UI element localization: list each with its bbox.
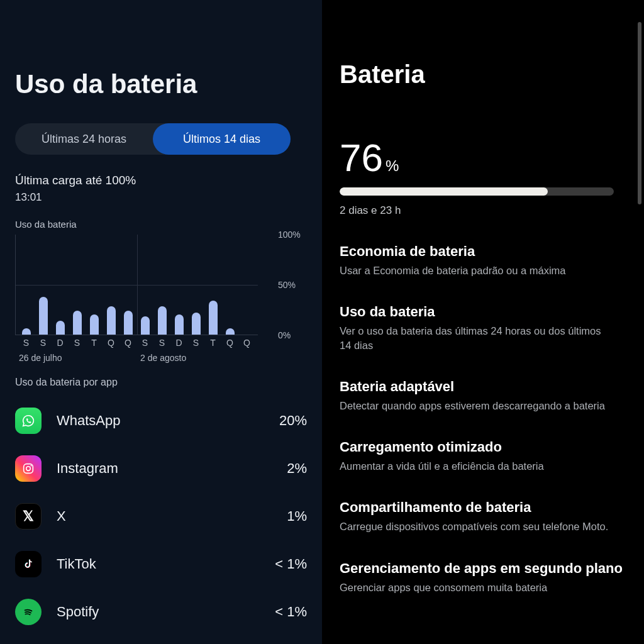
x-icon: 𝕏 [15,503,42,530]
day-label: D [52,338,69,348]
menu-optimized-charging[interactable]: Carregamento otimizado Aumentar a vida ú… [340,439,626,473]
chart-bar [35,235,52,335]
app-name: X [57,508,287,525]
apps-section-label: Uso da bateria por app [15,377,307,388]
usage-chart: 100% 50% 0% SSDSTQQSSDSTQQ 26 de julho 2… [15,235,307,360]
menu-sub: Usar a Economia de bateria padrão ou a m… [340,264,610,277]
chart-date-labels: 26 de julho 2 de agosto [15,353,258,363]
chart-bar [170,235,187,335]
app-name: WhatsApp [57,413,279,429]
tab-14d[interactable]: Últimos 14 dias [153,123,291,155]
menu-title: Gerenciamento de apps em segundo plano [340,560,626,577]
battery-percentage: 76 % [340,135,626,180]
time-range-tabs: Últimas 24 horas Últimos 14 dias [15,123,291,155]
page-title: Uso da bateria [15,69,307,99]
day-label: Q [238,338,255,348]
menu-title: Economia de bateria [340,243,626,260]
chart-bar [238,235,255,335]
day-label: S [18,338,35,348]
chart-bar [120,235,137,335]
chart-bar [187,235,204,335]
spotify-icon [15,599,42,625]
svg-point-2 [30,465,31,466]
app-pct: < 1% [275,556,307,572]
chart-label: Uso da bateria [15,219,307,230]
chart-bar [204,235,221,335]
time-remaining: 2 dias e 23 h [340,204,626,217]
app-pct: 20% [279,413,307,429]
day-label: Q [103,338,119,348]
menu-sub: Carregue dispositivos compatíveis com se… [340,519,610,533]
app-name: Instagram [57,460,287,477]
last-charge-time: 13:01 [15,191,307,204]
day-label: T [204,338,221,348]
day-label: S [153,338,170,348]
app-row-tiktok[interactable]: TikTok < 1% [15,540,307,588]
app-pct: 1% [287,508,307,525]
day-label: T [86,338,103,348]
day-label: Q [119,338,136,348]
battery-usage-panel: Uso da bateria Últimas 24 horas Últimos … [0,0,322,644]
menu-adaptive-battery[interactable]: Bateria adaptável Detectar quando apps e… [340,379,626,413]
menu-title: Carregamento otimizado [340,439,626,455]
chart-bar [86,235,103,335]
chart-bar [153,235,170,335]
app-row-x[interactable]: 𝕏 X 1% [15,492,307,540]
date-start: 26 de julho [15,353,136,363]
battery-progress-bar [340,187,614,196]
axis-100: 100% [278,230,301,240]
app-pct: 2% [287,460,307,477]
last-charge-label: Última carga até 100% [15,174,307,187]
app-row-instagram[interactable]: Instagram 2% [15,445,307,492]
chart-bar [52,235,69,335]
page-title: Bateria [340,60,626,89]
app-pct: < 1% [275,604,307,620]
chart-y-axis: 100% 50% 0% [278,235,307,335]
instagram-icon [15,455,42,482]
whatsapp-icon [15,408,42,434]
chart-bar [103,235,120,335]
chart-bar [221,235,238,335]
tiktok-icon [15,551,42,577]
app-name: Spotify [57,604,275,620]
chart-x-labels: SSDSTQQSSDSTQQ [15,338,258,348]
menu-battery-saver[interactable]: Economia de bateria Usar a Economia de b… [340,243,626,277]
svg-point-1 [26,467,31,471]
day-label: D [170,338,187,348]
menu-title: Compartilhamento de bateria [340,499,626,516]
chart-bar [18,235,35,335]
menu-sub: Ver o uso da bateria das últimas 24 hora… [340,324,610,352]
day-label: S [136,338,153,348]
day-label: S [187,338,204,348]
tab-24h[interactable]: Últimas 24 horas [15,123,153,155]
chart-plot [15,235,258,335]
axis-50: 50% [278,280,296,290]
battery-pct-value: 76 [340,135,383,180]
menu-title: Uso da bateria [340,304,626,320]
day-label: Q [221,338,238,348]
chart-bar [136,235,153,335]
axis-0: 0% [278,330,291,340]
app-name: TikTok [57,556,275,572]
menu-battery-usage[interactable]: Uso da bateria Ver o uso da bateria das … [340,304,626,352]
menu-sub: Detectar quando apps estiverem descarreg… [340,399,610,413]
app-row-spotify[interactable]: Spotify < 1% [15,588,307,636]
menu-sub: Aumentar a vida útil e a eficiência da b… [340,459,610,473]
scrollbar[interactable] [638,22,641,204]
date-end: 2 de agosto [136,353,258,363]
percent-sign: % [386,157,399,175]
menu-battery-share[interactable]: Compartilhamento de bateria Carregue dis… [340,499,626,533]
menu-sub: Gerenciar apps que consomem muita bateri… [340,580,610,594]
chart-bar [69,235,86,335]
menu-title: Bateria adaptável [340,379,626,395]
battery-settings-panel: Bateria 76 % 2 dias e 23 h Economia de b… [322,0,644,644]
menu-background-apps[interactable]: Gerenciamento de apps em segundo plano G… [340,560,626,594]
day-label: S [69,338,86,348]
battery-progress-fill [340,187,548,196]
day-label: S [35,338,52,348]
app-row-whatsapp[interactable]: WhatsApp 20% [15,397,307,445]
